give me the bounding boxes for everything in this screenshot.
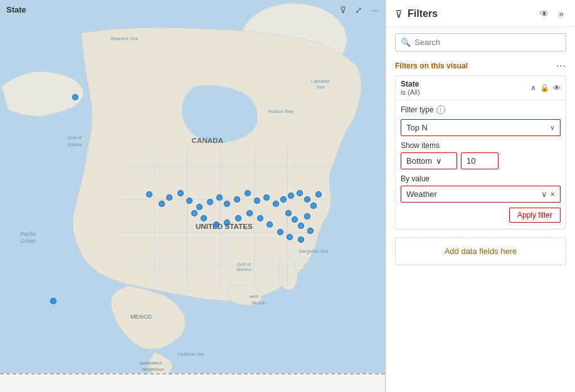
map-dot bbox=[196, 204, 203, 210]
map-dot bbox=[257, 215, 263, 221]
svg-text:Sea: Sea bbox=[316, 84, 325, 90]
map-dot bbox=[298, 236, 304, 243]
filter-collapse-button[interactable]: ∧ bbox=[530, 83, 536, 92]
map-dot bbox=[315, 191, 322, 198]
map-dot bbox=[292, 216, 298, 223]
map-dot bbox=[72, 94, 78, 100]
map-dot bbox=[235, 215, 241, 221]
search-input[interactable] bbox=[414, 38, 561, 47]
map-dot bbox=[207, 199, 213, 205]
show-items-label: Show items bbox=[401, 141, 561, 150]
filter-eye-button[interactable]: 👁 bbox=[553, 83, 561, 92]
svg-text:Sargasso Sea: Sargasso Sea bbox=[299, 248, 329, 254]
map-dot bbox=[246, 210, 253, 216]
map-more-button[interactable]: ··· bbox=[369, 4, 381, 16]
map-dot bbox=[288, 193, 294, 199]
filter-type-value: Top N bbox=[406, 123, 428, 132]
map-filter-button[interactable]: ⊽ bbox=[337, 4, 349, 16]
svg-text:Pacific: Pacific bbox=[20, 231, 36, 237]
filter-card-body: Filter type i Top N ∨ Show items Bottom … bbox=[396, 100, 566, 229]
map-dot bbox=[216, 194, 223, 201]
filter-card: State is (All) ∧ 🔒 👁 Filter type i Top N… bbox=[395, 75, 566, 230]
add-data-fields-label: Add data fields here bbox=[445, 246, 517, 256]
map-dot bbox=[277, 229, 283, 235]
by-value-dropdown[interactable]: Weather ∨ × bbox=[401, 186, 561, 203]
by-value-clear-button[interactable]: × bbox=[550, 189, 555, 199]
apply-filter-button[interactable]: Apply filter bbox=[509, 208, 561, 223]
apply-filter-container: Apply filter bbox=[401, 208, 561, 223]
filters-panel: ⊽ Filters 👁 » 🔍 Filters on this visual ·… bbox=[386, 0, 575, 392]
show-direction-chevron: ∨ bbox=[436, 156, 442, 166]
svg-text:HAITI: HAITI bbox=[250, 295, 258, 299]
show-direction-value: Bottom bbox=[406, 156, 432, 166]
svg-text:Beaufort Sea: Beaufort Sea bbox=[111, 36, 139, 41]
map-expand-button[interactable]: ⤢ bbox=[352, 4, 365, 16]
map-dot bbox=[201, 215, 207, 221]
map-toolbar: ⊽ ⤢ ··· bbox=[337, 4, 381, 16]
svg-text:CANADA: CANADA bbox=[192, 136, 224, 144]
map-dot bbox=[166, 194, 172, 201]
section-label: Filters on this visual ··· bbox=[386, 58, 575, 75]
svg-text:Alaska: Alaska bbox=[68, 142, 82, 147]
search-icon: 🔍 bbox=[401, 38, 411, 47]
filter-type-row: Filter type i bbox=[401, 105, 561, 114]
svg-text:NICARAGUA: NICARAGUA bbox=[142, 368, 164, 371]
map-dot bbox=[146, 191, 152, 198]
show-direction-dropdown[interactable]: Bottom ∨ bbox=[401, 152, 457, 169]
filters-header-actions: 👁 » bbox=[537, 8, 566, 20]
filter-condition: is (All) bbox=[401, 88, 530, 96]
map-dot bbox=[177, 190, 184, 196]
filter-type-dropdown[interactable]: Top N ∨ bbox=[401, 119, 561, 136]
map-dot bbox=[280, 196, 287, 203]
filter-card-info: State is (All) bbox=[401, 80, 530, 96]
map-dot bbox=[263, 194, 270, 201]
filter-type-info-icon: i bbox=[436, 105, 445, 114]
map-dot bbox=[224, 201, 230, 207]
map-dot bbox=[310, 203, 317, 209]
svg-text:PR (U.S.): PR (U.S.) bbox=[252, 301, 266, 305]
map-dot bbox=[254, 198, 260, 204]
filters-title: Filters bbox=[408, 8, 532, 19]
map-dot bbox=[224, 220, 230, 226]
map-dot bbox=[191, 210, 198, 216]
map-bottom-area bbox=[0, 373, 385, 392]
map-panel: State ⊽ ⤢ ··· CANADA UNITED STATES bbox=[0, 0, 386, 392]
filters-visibility-button[interactable]: 👁 bbox=[537, 8, 551, 20]
map-dot bbox=[159, 201, 165, 207]
map-dot bbox=[186, 198, 193, 204]
filter-type-label: Filter type i bbox=[401, 105, 445, 114]
svg-text:GUATEMALA: GUATEMALA bbox=[140, 361, 162, 365]
map-dot bbox=[307, 228, 314, 234]
section-more-button[interactable]: ··· bbox=[556, 60, 566, 72]
map-dot bbox=[304, 213, 310, 220]
svg-text:Hudson Bay: Hudson Bay bbox=[268, 109, 293, 114]
map-dot bbox=[245, 190, 251, 196]
map-dot bbox=[234, 196, 240, 203]
search-box[interactable]: 🔍 bbox=[395, 33, 566, 51]
svg-text:Ocean: Ocean bbox=[20, 238, 36, 244]
filter-card-header: State is (All) ∧ 🔒 👁 bbox=[396, 76, 566, 100]
filter-type-chevron: ∨ bbox=[550, 124, 555, 132]
filter-lock-button[interactable]: 🔒 bbox=[540, 83, 549, 92]
map-dot bbox=[50, 298, 56, 304]
section-title: Filters on this visual bbox=[395, 61, 468, 70]
svg-text:Caribbean Sea: Caribbean Sea bbox=[177, 352, 204, 356]
filters-forward-button[interactable]: » bbox=[556, 8, 566, 20]
show-count-input[interactable]: 10 bbox=[461, 152, 499, 169]
map-dot bbox=[285, 210, 292, 216]
by-value-label: By value bbox=[401, 174, 561, 183]
svg-text:Mexico: Mexico bbox=[236, 267, 251, 272]
map-dot bbox=[297, 190, 303, 196]
by-value-chevron-button[interactable]: ∨ bbox=[541, 189, 547, 199]
filter-card-actions: ∧ 🔒 👁 bbox=[530, 83, 561, 92]
add-data-fields[interactable]: Add data fields here bbox=[395, 237, 566, 265]
map-title: State bbox=[6, 5, 26, 14]
map-dot bbox=[298, 223, 304, 229]
map-dot bbox=[304, 196, 310, 203]
filters-header-icon: ⊽ bbox=[395, 8, 403, 20]
svg-text:Gulf of: Gulf of bbox=[68, 135, 82, 140]
filter-field-name: State bbox=[401, 80, 530, 88]
map-dot bbox=[287, 234, 293, 240]
by-value-actions: ∨ × bbox=[541, 189, 555, 199]
filters-header: ⊽ Filters 👁 » bbox=[386, 0, 575, 27]
